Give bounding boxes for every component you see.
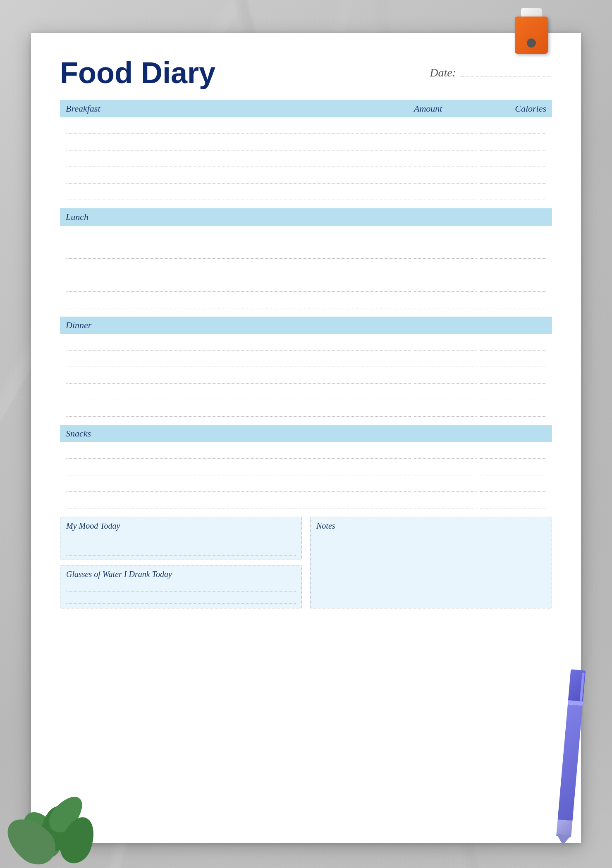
amount-cell[interactable] — [414, 280, 477, 292]
calories-label: Calories — [480, 103, 546, 114]
calories-cell[interactable] — [480, 447, 546, 459]
amount-cell[interactable] — [414, 247, 477, 259]
food-cell[interactable] — [66, 188, 411, 200]
breakfast-section: Breakfast Amount Calories — [60, 100, 552, 200]
amount-cell[interactable] — [414, 297, 477, 308]
amount-cell[interactable] — [414, 339, 477, 351]
food-cell[interactable] — [66, 447, 411, 459]
calories-cell[interactable] — [480, 264, 546, 275]
calories-cell[interactable] — [480, 297, 546, 308]
amount-cell[interactable] — [414, 447, 477, 459]
lunch-header: Lunch — [60, 208, 552, 226]
calories-cell[interactable] — [480, 372, 546, 384]
calories-cell[interactable] — [480, 480, 546, 492]
bottom-grid: My Mood Today Glasses of Water I Drank T… — [60, 517, 552, 608]
amount-cell[interactable] — [414, 480, 477, 492]
table-row — [60, 150, 552, 167]
calories-cell[interactable] — [480, 139, 546, 150]
food-cell[interactable] — [66, 122, 411, 134]
food-cell[interactable] — [66, 139, 411, 150]
table-row — [60, 184, 552, 200]
amount-cell[interactable] — [414, 139, 477, 150]
table-row — [60, 117, 552, 134]
food-cell[interactable] — [66, 155, 411, 167]
amount-cell[interactable] — [414, 497, 477, 508]
amount-cell[interactable] — [414, 355, 477, 367]
food-cell[interactable] — [66, 172, 411, 184]
calories-cell[interactable] — [480, 280, 546, 292]
calories-cell[interactable] — [480, 405, 546, 417]
calories-cell[interactable] — [480, 389, 546, 400]
table-row — [60, 492, 552, 508]
food-cell[interactable] — [66, 264, 411, 275]
amount-cell[interactable] — [414, 464, 477, 475]
dinner-label: Dinner — [66, 320, 91, 330]
water-box[interactable]: Glasses of Water I Drank Today — [60, 565, 302, 608]
calories-cell[interactable] — [480, 497, 546, 508]
amount-cell[interactable] — [414, 264, 477, 275]
header: Food Diary Date: — [60, 58, 552, 88]
amount-cell[interactable] — [414, 405, 477, 417]
table-row — [60, 259, 552, 275]
food-cell[interactable] — [66, 297, 411, 308]
calories-cell[interactable] — [480, 231, 546, 242]
plant-decoration — [0, 744, 103, 868]
food-cell[interactable] — [66, 372, 411, 384]
table-row — [60, 367, 552, 384]
table-row — [60, 442, 552, 459]
food-cell[interactable] — [66, 247, 411, 259]
bottom-left: My Mood Today Glasses of Water I Drank T… — [60, 517, 302, 608]
date-label: Date: — [430, 66, 456, 79]
food-cell[interactable] — [66, 497, 411, 508]
table-row — [60, 275, 552, 292]
amount-cell[interactable] — [414, 188, 477, 200]
food-cell[interactable] — [66, 355, 411, 367]
food-cell[interactable] — [66, 339, 411, 351]
calories-cell[interactable] — [480, 247, 546, 259]
amount-cell[interactable] — [414, 155, 477, 167]
calories-cell[interactable] — [480, 188, 546, 200]
water-line-1[interactable] — [66, 582, 296, 591]
calories-cell[interactable] — [480, 122, 546, 134]
lunch-label: Lunch — [66, 212, 88, 222]
table-row — [60, 134, 552, 150]
calories-cell[interactable] — [480, 339, 546, 351]
amount-cell[interactable] — [414, 231, 477, 242]
breakfast-label: Breakfast — [66, 103, 414, 114]
food-cell[interactable] — [66, 389, 411, 400]
table-row — [60, 226, 552, 242]
calories-cell[interactable] — [480, 464, 546, 475]
snacks-section: Snacks — [60, 425, 552, 508]
date-line — [461, 68, 552, 76]
food-cell[interactable] — [66, 280, 411, 292]
table-row — [60, 384, 552, 400]
calories-cell[interactable] — [480, 172, 546, 184]
food-cell[interactable] — [66, 405, 411, 417]
food-cell[interactable] — [66, 480, 411, 492]
mood-label: My Mood Today — [66, 521, 296, 531]
food-cell[interactable] — [66, 464, 411, 475]
mood-box[interactable]: My Mood Today — [60, 517, 302, 560]
mood-line-2[interactable] — [66, 546, 296, 556]
table-row — [60, 459, 552, 475]
amount-cell[interactable] — [414, 372, 477, 384]
water-line-2[interactable] — [66, 595, 296, 604]
amount-cell[interactable] — [414, 122, 477, 134]
amount-cell[interactable] — [414, 172, 477, 184]
mood-line-1[interactable] — [66, 534, 296, 543]
table-row — [60, 242, 552, 259]
calories-cell[interactable] — [480, 355, 546, 367]
food-cell[interactable] — [66, 231, 411, 242]
snacks-label: Snacks — [66, 428, 91, 439]
notes-label: Notes — [316, 521, 546, 531]
calories-cell[interactable] — [480, 155, 546, 167]
table-row — [60, 167, 552, 184]
notes-box[interactable]: Notes — [310, 517, 552, 608]
page-title: Food Diary — [60, 58, 215, 88]
water-label: Glasses of Water I Drank Today — [66, 570, 296, 579]
date-section: Date: — [430, 58, 552, 79]
sharpener-decoration — [515, 8, 548, 54]
dinner-header: Dinner — [60, 317, 552, 334]
snacks-rows — [60, 442, 552, 508]
amount-cell[interactable] — [414, 389, 477, 400]
